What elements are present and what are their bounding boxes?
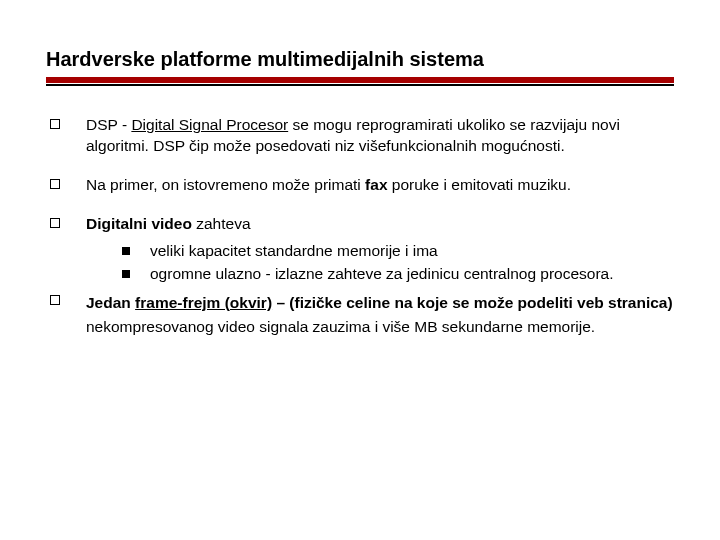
list-item: Na primer, on istovremeno može primati f… [50, 175, 674, 196]
square-bullet-icon [50, 295, 60, 305]
sublist-item: ogromne ulazno - izlazne zahteve za jedi… [122, 264, 674, 285]
bold-underlined-text: frame-frejm (okvir) [135, 294, 272, 311]
square-bullet-icon [50, 218, 60, 228]
bold-text: Jedan [86, 294, 135, 311]
item-text: Jedan frame-frejm (okvir) – (fizičke cel… [86, 291, 674, 341]
item-text: Na primer, on istovremeno može primati f… [86, 175, 674, 196]
text-run: nekompresovanog video signala zauzima i … [86, 318, 595, 335]
solid-square-bullet-icon [122, 270, 130, 278]
square-bullet-icon [50, 179, 60, 189]
solid-square-bullet-icon [122, 247, 130, 255]
list-item: DSP - Digital Signal Procesor se mogu re… [50, 115, 674, 157]
sublist-item: veliki kapacitet standardne memorije i i… [122, 241, 674, 262]
title-rule [46, 77, 674, 87]
underlined-text: Digital Signal Procesor [131, 116, 288, 133]
bold-text: fax [365, 176, 387, 193]
text-run: DSP - [86, 116, 131, 133]
bold-text: Digitalni video [86, 215, 192, 232]
list-item: Jedan frame-frejm (okvir) – (fizičke cel… [50, 291, 674, 341]
bold-text: – (fizičke celine na koje se može podeli… [272, 294, 673, 311]
item-text: DSP - Digital Signal Procesor se mogu re… [86, 115, 674, 157]
content-area: DSP - Digital Signal Procesor se mogu re… [46, 115, 674, 340]
list-item: Digitalni video zahteva veliki kapacitet… [50, 214, 674, 287]
sublist: veliki kapacitet standardne memorije i i… [86, 241, 674, 285]
item-text: Digitalni video zahteva veliki kapacitet… [86, 214, 674, 287]
slide-title: Hardverske platforme multimedijalnih sis… [46, 48, 674, 71]
title-block: Hardverske platforme multimedijalnih sis… [46, 48, 674, 87]
text-run: veliki kapacitet standardne memorije i i… [150, 241, 438, 262]
text-run: zahteva [192, 215, 251, 232]
slide: Hardverske platforme multimedijalnih sis… [0, 0, 720, 388]
square-bullet-icon [50, 119, 60, 129]
text-run: poruke i emitovati muziku. [388, 176, 572, 193]
text-run: Na primer, on istovremeno može primati [86, 176, 365, 193]
text-run: ogromne ulazno - izlazne zahteve za jedi… [150, 264, 614, 285]
